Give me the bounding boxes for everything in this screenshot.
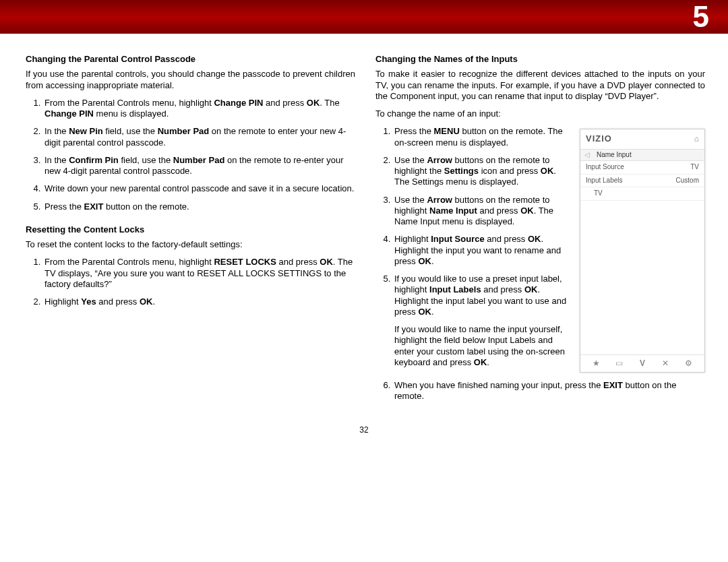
chapter-number: 5	[693, 0, 709, 34]
list-item: Press the EXIT button on the remote.	[43, 201, 355, 212]
list-item: If you would like to use a preset input …	[393, 274, 570, 368]
gear-icon: ⚙	[684, 358, 694, 369]
intro-reset: To reset the content locks to the factor…	[26, 239, 355, 250]
page-body: Changing the Parental Control Passcode I…	[0, 34, 728, 421]
x-icon: ✕	[660, 358, 671, 369]
list-item: Use the Arrow buttons on the remote to h…	[393, 155, 570, 188]
box-icon: ▭	[614, 358, 625, 369]
figure-row-input-labels: Input Labels Custom	[580, 175, 704, 188]
right-column: Changing the Names of the Inputs To make…	[375, 54, 705, 414]
list-item: From the Parental Controls menu, highlig…	[43, 98, 355, 120]
intro-passcode: If you use the parental controls, you sh…	[26, 69, 355, 91]
list-item: Highlight Yes and press OK.	[43, 296, 355, 307]
lead-inputs: To change the name of an input:	[375, 108, 705, 119]
step-extra: If you would like to name the input your…	[394, 324, 570, 368]
intro-inputs: To make it easier to recognize the diffe…	[375, 69, 705, 102]
star-icon: ★	[590, 358, 601, 369]
left-column: Changing the Parental Control Passcode I…	[26, 54, 355, 414]
home-icon: ⌂	[694, 134, 699, 144]
page-number: 32	[0, 421, 728, 435]
heading-reset: Resetting the Content Locks	[26, 224, 355, 235]
name-input-figure: VIZIO ⌂ ◁ Name Input Input Source TV Inp…	[580, 129, 705, 372]
vizio-logo: VIZIO	[586, 133, 612, 144]
list-item: From the Parental Controls menu, highlig…	[43, 257, 355, 290]
v-icon: V	[637, 358, 648, 369]
steps-reset: From the Parental Controls menu, highlig…	[26, 257, 355, 307]
figure-row-input-source: Input Source TV	[580, 161, 704, 175]
list-item: When you have finished naming your input…	[393, 380, 705, 402]
steps-inputs-a: Press the MENU button on the remote. The…	[375, 126, 570, 368]
steps-passcode: From the Parental Controls menu, highlig…	[26, 98, 355, 212]
figure-title: Name Input	[597, 151, 632, 160]
list-item: In the New Pin field, use the Number Pad…	[43, 126, 355, 148]
figure-row-tv: TV	[580, 187, 704, 201]
list-item: In the Confirm Pin field, use the Number…	[43, 155, 355, 177]
heading-inputs: Changing the Names of the Inputs	[375, 54, 705, 65]
back-icon: ◁	[584, 151, 590, 160]
page-header: 5	[0, 0, 728, 34]
list-item: Press the MENU button on the remote. The…	[393, 126, 570, 148]
list-item: Highlight Input Source and press OK. Hig…	[393, 234, 570, 267]
list-item: Use the Arrow buttons on the remote to h…	[393, 195, 570, 228]
heading-passcode: Changing the Parental Control Passcode	[26, 54, 355, 65]
steps-inputs-b: When you have finished naming your input…	[375, 380, 705, 402]
list-item: Write down your new parental control pas…	[43, 183, 355, 194]
